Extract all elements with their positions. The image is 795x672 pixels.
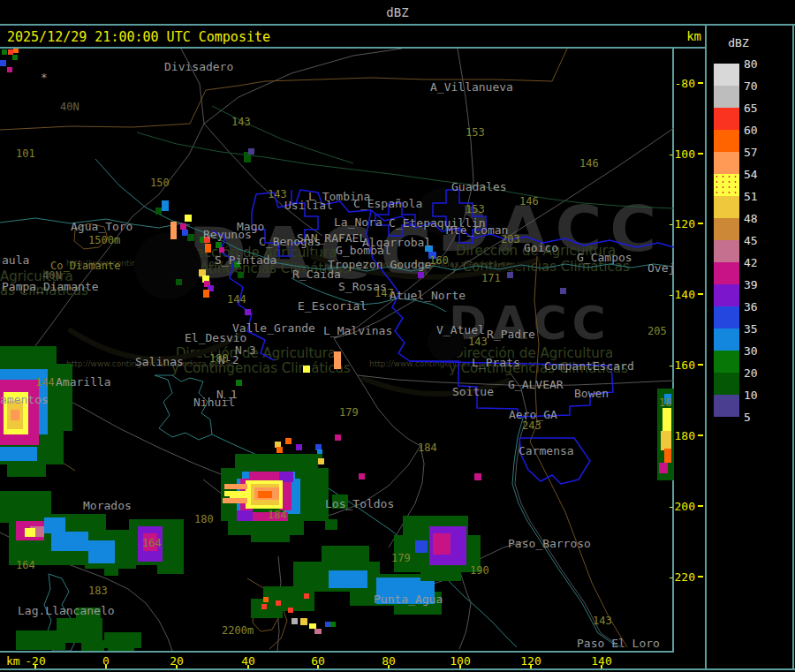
place-label: Reyunos [203, 229, 252, 240]
legend-swatch [714, 240, 739, 262]
place-label: Soitue [452, 386, 494, 397]
route-number-label: 146 [519, 196, 539, 208]
place-label: Paso El Loro [577, 638, 660, 649]
route-number-label: 143 [231, 117, 251, 128]
place-label: Atuel_Norte [390, 290, 466, 301]
legend-value-label: 48 [744, 212, 770, 225]
place-label: amentos [0, 394, 49, 405]
place-label: V_Atuel [436, 324, 485, 336]
place-label: Usilial [284, 200, 333, 211]
place-label: G_bombal [336, 245, 391, 256]
right-axis-tick [698, 505, 703, 507]
map-border-bottom [0, 651, 674, 653]
legend-title: dBZ [707, 36, 770, 49]
place-label: Carmensa [519, 445, 574, 457]
route-number-label: 147 [375, 288, 394, 299]
route-number-label: 101 [16, 148, 35, 160]
km-unit-label: km [671, 29, 701, 43]
window-border-bottom [0, 668, 795, 670]
route-number-label: 143 [593, 615, 612, 627]
legend-swatch [714, 108, 739, 130]
place-label: A_Villanueva [430, 81, 513, 93]
place-label: aula [2, 254, 29, 266]
route-number-label: 150 [150, 177, 170, 189]
place-label: Bowen [574, 388, 609, 399]
right-axis-tick [698, 153, 703, 155]
window-title: dBZ [0, 5, 795, 19]
legend-swatch [714, 218, 739, 240]
legend-value-label: 35 [744, 322, 770, 336]
place-label: Nihuil [193, 396, 235, 408]
place-label: Agua_Toro [71, 221, 132, 232]
place-label: G_ALVEAR [508, 379, 564, 390]
place-label: Salinas [135, 356, 184, 367]
place-label: Guadales [451, 181, 507, 193]
route-number-label: 180 [209, 353, 229, 365]
bottom-axis-unit: km [6, 654, 20, 668]
legend-value-label: 42 [744, 256, 770, 269]
place-label: La_Nora [334, 216, 382, 228]
legend-value-label: 45 [744, 234, 770, 247]
place-label: Amarilla [56, 376, 111, 388]
right-axis-tick [698, 293, 703, 295]
legend-value-label: 39 [744, 278, 770, 291]
route-number-label: 179 [339, 407, 359, 419]
route-number-label: 184 [418, 442, 437, 454]
place-label: Punta_Agua [374, 593, 443, 605]
route-number-label: 179 [391, 553, 411, 564]
place-label: * [41, 72, 48, 83]
legend-value-label: 36 [744, 300, 770, 313]
route-number-label: 190 [470, 565, 489, 577]
right-axis-tick [698, 434, 703, 436]
legend-value-label: 5 [744, 411, 770, 424]
route-number-label: 205 [647, 326, 667, 337]
title-bar: dBZ [0, 0, 795, 24]
place-label: R_Padre [487, 328, 535, 340]
dbz-legend: dBZ 807065605754514845423936353020105 [707, 26, 793, 670]
titlebar-divider [0, 24, 795, 26]
route-number-label: 243 [522, 420, 541, 432]
radar-app-window: dBZ 2025/12/29 21:00:00 UTC Composite km… [0, 0, 795, 672]
place-label: Valle_Grande [232, 322, 315, 334]
route-number-label: 153 [466, 127, 485, 139]
legend-swatch [714, 306, 739, 328]
map-labels-layer: DivisaderoA_VillanuevaGuadalesL_TombinaU… [0, 49, 674, 651]
place-label: Mte_Coman [446, 224, 508, 236]
place-label: S_Pintada [215, 254, 276, 266]
legend-swatch [714, 64, 739, 86]
route-number-label: 143 [468, 336, 488, 348]
route-number-label: 2200m [222, 625, 254, 637]
legend-swatch [714, 395, 739, 417]
place-label: 40N [60, 102, 80, 113]
place-label: G_Campos [577, 252, 632, 263]
legend-swatch [714, 86, 739, 108]
legend-value-label: 30 [744, 344, 770, 358]
route-number-label: 18 [659, 397, 671, 409]
route-number-label: 144 [227, 294, 246, 306]
right-axis-tick [698, 576, 703, 578]
legend-swatch [714, 262, 739, 284]
place-label: Goico [524, 242, 558, 253]
legend-swatch [714, 130, 739, 152]
place-label: Oveje [647, 262, 674, 274]
legend-swatch [714, 373, 739, 395]
route-number-label: 171 [481, 273, 501, 284]
legend-swatch [714, 196, 739, 218]
legend-swatch [714, 284, 739, 306]
legend-value-label: 65 [744, 102, 770, 115]
legend-value-label: 10 [744, 389, 770, 402]
legend-swatch [714, 328, 739, 351]
place-label: Lag.Llancanelo [18, 605, 115, 616]
route-number-label: 143 [268, 189, 287, 200]
place-label: Pampa_Diamante [2, 281, 99, 292]
place-label: R_Caida [292, 268, 341, 280]
route-number-label: 160 [429, 255, 449, 267]
place-label: Tropezon Goudge [328, 259, 431, 270]
legend-swatch [714, 152, 739, 174]
radar-map: DACCDACCDACCDirección de Agriculturay Co… [0, 49, 674, 651]
legend-value-label: 51 [744, 190, 770, 203]
legend-swatch [714, 351, 739, 373]
place-label: Paso_Barroso [508, 538, 591, 549]
route-number-label: 146 [579, 158, 599, 170]
legend-value-label: 80 [744, 57, 770, 71]
